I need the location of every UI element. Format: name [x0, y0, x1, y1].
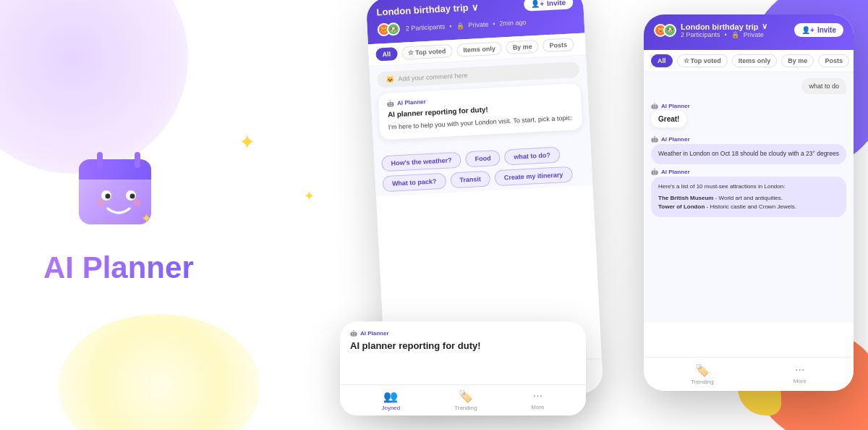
bottom-card-inner: 🤖 AI Planner AI planner reporting for du… [340, 321, 586, 361]
svg-point-7 [105, 194, 110, 199]
ai-attractions-bubble: Here's a list of 10 must-see attractions… [651, 177, 846, 217]
right-tab-by-me[interactable]: By me [781, 54, 814, 67]
chip-what-todo[interactable]: what to do? [504, 146, 561, 165]
ai-weather-wrapper: 🤖 AI Planner Weather in London on Oct 18… [651, 136, 846, 164]
bottom-nav-more[interactable]: ··· More [531, 389, 544, 411]
chip-transit[interactable]: Transit [450, 170, 491, 188]
svg-point-10 [133, 199, 140, 206]
tab-by-me[interactable]: By me [506, 40, 539, 54]
phone-right: 🐱 🐶 London birthday trip ∨ 2 Participant… [644, 14, 854, 391]
phone-bottom: 🤖 AI Planner AI planner reporting for du… [340, 321, 586, 416]
logo-icon: ✦ [72, 145, 166, 239]
right-phone-header: 🐱 🐶 London birthday trip ∨ 2 Participant… [644, 14, 854, 50]
bottom-nav-joyned[interactable]: 👥 Joyned [381, 389, 400, 411]
main-trip-title: London birthday trip ∨ [376, 1, 479, 17]
right-nav-more[interactable]: ··· More [793, 363, 807, 385]
svg-point-9 [97, 199, 104, 206]
right-trending-icon: 🏷️ [695, 363, 710, 377]
tab-items-only[interactable]: Items only [456, 41, 502, 56]
svg-point-8 [129, 194, 135, 199]
svg-rect-3 [97, 152, 103, 168]
right-ai-label-2: 🤖 AI Planner [651, 136, 846, 143]
right-lock-icon: 🔒 [731, 31, 739, 38]
right-bottom-nav: 🏷️ Trending ··· More [644, 357, 854, 391]
right-more-icon: ··· [795, 363, 804, 376]
right-tab-posts[interactable]: Posts [818, 54, 849, 67]
main-invite-button[interactable]: 👤+ Invite [524, 0, 574, 12]
tab-top-voted[interactable]: ☆ Top voted [401, 44, 453, 60]
chip-itinerary[interactable]: Create my itinerary [494, 166, 573, 186]
right-nav-trending[interactable]: 🏷️ Trending [691, 363, 713, 385]
chip-weather[interactable]: How's the weather? [381, 151, 461, 172]
bottom-joyned-icon: 👥 [383, 389, 398, 403]
right-invite-button[interactable]: 👤+ Invite [794, 23, 843, 37]
ai-weather-bubble: Weather in London on Oct 18 should be cl… [651, 144, 846, 164]
bg-blob-yellow-bottom [58, 314, 260, 430]
ai-attractions-wrapper: 🤖 AI Planner Here's a list of 10 must-se… [651, 169, 846, 217]
user-message-bubble: what to do [801, 78, 846, 94]
bottom-more-icon: ··· [533, 389, 542, 402]
tab-posts[interactable]: Posts [542, 38, 574, 52]
main-chat-area: 🐱 Add your comment here 🤖 AI Planner AI … [369, 55, 590, 151]
right-chat-area: what to do 🤖 AI Planner Great! 🤖 AI Plan… [644, 72, 854, 322]
comment-input[interactable]: 🐱 Add your comment here [377, 62, 580, 88]
tab-all[interactable]: All [375, 47, 397, 62]
right-filter-tabs: All ☆ Top voted Items only By me Posts [644, 50, 854, 72]
right-ai-label-3: 🤖 AI Planner [651, 169, 846, 175]
app-title: AI Planner [43, 250, 194, 285]
bottom-card-nav: 👥 Joyned 🏷️ Trending ··· More [340, 384, 586, 416]
right-tab-top-voted[interactable]: ☆ Top voted [677, 54, 728, 67]
svg-rect-4 [135, 152, 140, 168]
right-participants: 2 Participants • 🔒 Private [681, 31, 767, 38]
bottom-ai-label: 🤖 AI Planner [350, 330, 576, 337]
lock-icon: 🔒 [456, 22, 464, 30]
svg-text:✦: ✦ [141, 211, 152, 226]
right-tab-items-only[interactable]: Items only [732, 54, 778, 67]
right-tab-all[interactable]: All [651, 54, 673, 67]
avatar-2: 🐶 [386, 22, 400, 36]
ai-great-wrapper: 🤖 AI Planner Great! [651, 103, 846, 132]
svg-rect-2 [79, 169, 151, 180]
ai-great-text: Great! [651, 111, 686, 127]
bottom-trending-icon: 🏷️ [459, 389, 473, 403]
logo-area: ✦ AI Planner [43, 145, 194, 285]
bottom-ai-text: AI planner reporting for duty! [350, 340, 576, 353]
phones-container: London birthday trip ∨ 👤+ Invite 🐱 🐶 2 P… [304, 0, 868, 430]
right-trip-title: London birthday trip ∨ [681, 22, 767, 31]
bottom-nav-trending[interactable]: 🏷️ Trending [454, 389, 477, 411]
sparkle-icon-1: ✦ [239, 130, 255, 154]
chip-pack[interactable]: What to pack? [382, 172, 446, 192]
chip-food[interactable]: Food [465, 149, 501, 166]
right-avatar-2: 🐶 [663, 24, 676, 37]
right-ai-label-1: 🤖 AI Planner [651, 103, 846, 109]
ai-greeting-bubble: 🤖 AI Planner AI planner reporting for du… [378, 83, 582, 140]
